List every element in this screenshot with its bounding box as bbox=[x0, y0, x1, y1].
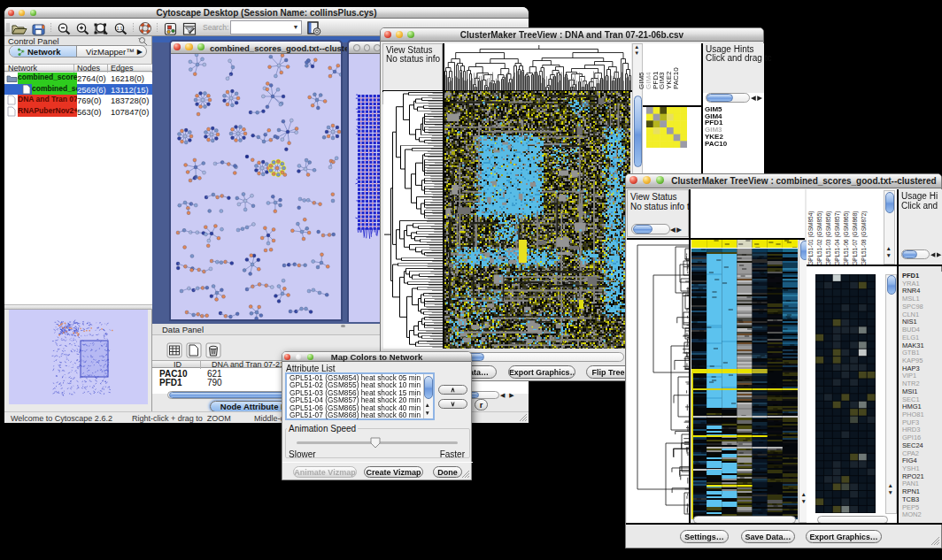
svg-text:1:1: 1:1 bbox=[117, 27, 123, 31]
